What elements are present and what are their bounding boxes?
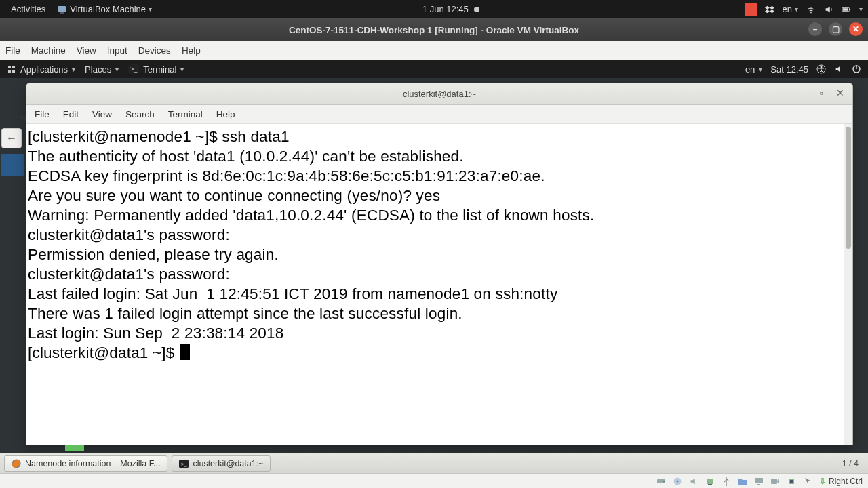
svg-rect-1 bbox=[60, 12, 64, 14]
notification-dot-icon bbox=[474, 7, 479, 12]
back-button[interactable]: ← bbox=[1, 128, 22, 148]
terminal-line: clusterkit@data1's password: bbox=[28, 266, 234, 283]
host-topbar: Activities VirtualBox Machine ▾ 1 Jun 12… bbox=[0, 0, 868, 18]
vbox-menu-view[interactable]: View bbox=[77, 45, 96, 56]
host-lang-menu[interactable]: en ▾ bbox=[783, 4, 798, 14]
svg-point-8 bbox=[821, 66, 823, 68]
taskbar-item-terminal[interactable]: >_ clusterkit@data1:~ bbox=[172, 455, 271, 472]
volume-icon[interactable] bbox=[824, 5, 833, 14]
mouse-integration-icon[interactable] bbox=[803, 476, 812, 486]
svg-point-15 bbox=[663, 481, 665, 482]
svg-point-17 bbox=[676, 480, 678, 482]
maximize-button[interactable]: ▢ bbox=[829, 22, 842, 36]
battery-icon[interactable] bbox=[842, 5, 851, 14]
terminal-line: Are you sure you want to continue connec… bbox=[28, 187, 440, 204]
terminal-icon: >_ bbox=[128, 64, 139, 74]
terminal-menubar: File Edit View Search Terminal Help bbox=[26, 105, 852, 124]
guest-applications-menu[interactable]: Applications ▾ bbox=[7, 64, 75, 75]
network-icon[interactable] bbox=[806, 5, 816, 14]
guest-places-menu[interactable]: Places ▾ bbox=[85, 64, 119, 75]
guest-clock[interactable]: Sat 12:45 bbox=[770, 64, 808, 75]
hard-disk-icon[interactable] bbox=[656, 476, 666, 486]
virtualbox-titlebar[interactable]: CentOS-7-1511-CDH-Workshop 1 [Running] -… bbox=[0, 18, 868, 41]
taskbar-item-firefox[interactable]: Namenode information – Mozilla F... bbox=[4, 455, 167, 472]
workspace-indicator[interactable]: 1 / 4 bbox=[842, 459, 864, 468]
firefox-icon bbox=[12, 459, 21, 468]
chevron-down-icon[interactable]: ▾ bbox=[859, 5, 863, 13]
host-lang-label: en bbox=[783, 4, 792, 14]
chevron-down-icon: ▾ bbox=[149, 5, 152, 13]
terminal-menu-help[interactable]: Help bbox=[216, 109, 235, 119]
vbox-menu-help[interactable]: Help bbox=[182, 45, 201, 56]
scrollbar-thumb[interactable] bbox=[846, 127, 851, 249]
host-clock-label: 1 Jun 12:45 bbox=[422, 4, 469, 14]
terminal-menu-search[interactable]: Search bbox=[125, 109, 155, 119]
cpu-icon[interactable] bbox=[787, 476, 796, 486]
audio-icon[interactable] bbox=[689, 476, 698, 486]
terminal-titlebar[interactable]: clusterkit@data1:~ – ▫ ✕ bbox=[26, 83, 852, 105]
dropbox-icon[interactable] bbox=[765, 5, 774, 14]
vbox-menu-input[interactable]: Input bbox=[107, 45, 127, 56]
close-button[interactable]: ✕ bbox=[849, 22, 863, 36]
virtualbox-icon bbox=[56, 4, 67, 15]
network-adapter-icon[interactable] bbox=[705, 476, 715, 486]
vm-screen[interactable]: Applications ▾ Places ▾ >_ Terminal ▾ en… bbox=[0, 60, 868, 488]
shared-folders-icon[interactable] bbox=[738, 476, 747, 486]
terminal-menu-terminal[interactable]: Terminal bbox=[168, 109, 203, 119]
terminal-menu-file[interactable]: File bbox=[35, 109, 50, 119]
recording-indicator-icon[interactable] bbox=[745, 3, 757, 16]
svg-rect-21 bbox=[755, 478, 763, 483]
svg-rect-18 bbox=[707, 479, 713, 484]
terminal-window-controls: – ▫ ✕ bbox=[797, 87, 846, 98]
terminal-scrollbar[interactable] bbox=[844, 124, 852, 445]
minimize-button[interactable]: – bbox=[797, 87, 808, 98]
guest-topbar: Applications ▾ Places ▾ >_ Terminal ▾ en… bbox=[0, 60, 868, 78]
guest-places-label: Places bbox=[85, 64, 111, 75]
volume-icon[interactable] bbox=[834, 64, 844, 74]
power-icon[interactable] bbox=[852, 64, 861, 74]
guest-lang-menu[interactable]: en ▾ bbox=[745, 64, 762, 75]
terminal-line: Last failed login: Sat Jun 1 12:45:51 IC… bbox=[28, 285, 557, 302]
terminal-body[interactable]: [clusterkit@namenode1 ~]$ ssh data1 The … bbox=[26, 124, 852, 445]
host-tray: en ▾ ▾ bbox=[745, 3, 863, 16]
close-button[interactable]: ✕ bbox=[835, 87, 846, 98]
chevron-down-icon: ▾ bbox=[759, 66, 762, 73]
terminal-menu-view[interactable]: View bbox=[92, 109, 112, 119]
display-icon[interactable] bbox=[754, 476, 764, 486]
chevron-down-icon: ▾ bbox=[115, 66, 119, 73]
guest-tray: en ▾ Sat 12:45 bbox=[745, 64, 861, 75]
terminal-line: The authenticity of host 'data1 (10.0.2.… bbox=[28, 148, 464, 165]
maximize-button[interactable]: ▫ bbox=[816, 87, 827, 98]
chevron-down-icon: ▾ bbox=[72, 66, 75, 73]
host-activities[interactable]: Activities bbox=[5, 4, 51, 14]
background-selection-fragment bbox=[65, 445, 84, 451]
accessibility-icon[interactable] bbox=[816, 64, 826, 74]
svg-rect-19 bbox=[708, 484, 712, 485]
host-clock[interactable]: 1 Jun 12:45 bbox=[417, 4, 485, 14]
minimize-button[interactable]: – bbox=[808, 22, 822, 36]
arrow-left-icon: ← bbox=[6, 132, 17, 144]
host-key-indicator[interactable]: ⇩ Right Ctrl bbox=[819, 476, 863, 486]
svg-text:>_: >_ bbox=[130, 66, 138, 73]
chevron-down-icon: ▾ bbox=[795, 5, 798, 13]
vbox-menu-file[interactable]: File bbox=[5, 45, 20, 56]
guest-taskbar: Namenode information – Mozilla F... >_ c… bbox=[0, 453, 868, 473]
guest-terminal-menu-label: Terminal bbox=[143, 64, 176, 75]
host-key-label: Right Ctrl bbox=[829, 476, 863, 486]
terminal-title: clusterkit@data1:~ bbox=[403, 89, 476, 99]
terminal-line: Permission denied, please try again. bbox=[28, 246, 279, 263]
recording-icon[interactable] bbox=[770, 476, 780, 486]
optical-drive-icon[interactable] bbox=[673, 476, 682, 486]
guest-terminal-menu[interactable]: >_ Terminal ▾ bbox=[128, 64, 184, 75]
svg-rect-22 bbox=[757, 484, 760, 485]
usb-icon[interactable] bbox=[722, 476, 731, 486]
terminal-prompt: [clusterkit@data1 ~]$ bbox=[28, 344, 179, 361]
host-app-menu[interactable]: VirtualBox Machine ▾ bbox=[51, 4, 157, 15]
virtualbox-statusbar: ⇩ Right Ctrl bbox=[0, 473, 868, 488]
vbox-menu-machine[interactable]: Machine bbox=[31, 45, 66, 56]
apps-icon bbox=[7, 64, 16, 74]
svg-rect-3 bbox=[849, 9, 850, 10]
terminal-output[interactable]: [clusterkit@namenode1 ~]$ ssh data1 The … bbox=[28, 127, 851, 363]
vbox-menu-devices[interactable]: Devices bbox=[138, 45, 171, 56]
terminal-menu-edit[interactable]: Edit bbox=[63, 109, 79, 119]
